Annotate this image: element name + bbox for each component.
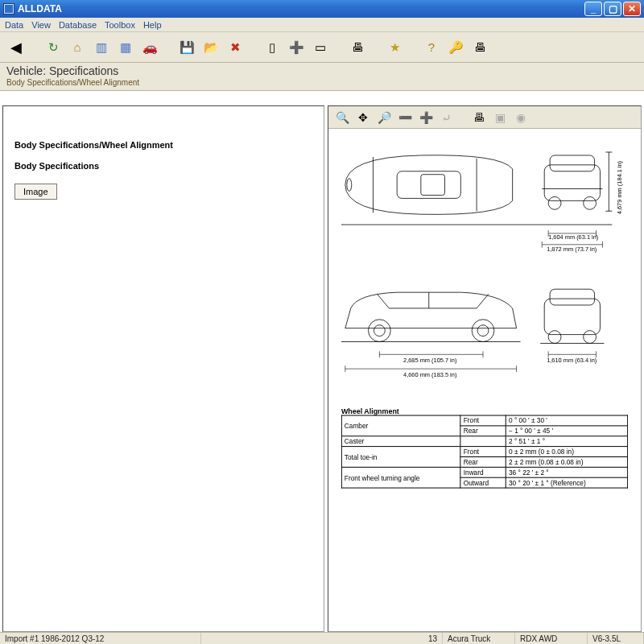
zoom-fit-icon[interactable]: ➕ <box>417 109 435 126</box>
key-icon[interactable]: 🔑 <box>446 38 465 57</box>
status-engine: V6-3.5L <box>588 633 644 644</box>
svg-rect-1 <box>397 171 460 199</box>
doc-icon[interactable]: ▯ <box>262 38 282 57</box>
right-pane: 🔍 ✥ 🔎 ➖ ➕ ⤾ 🖶 ▣ ◉ <box>328 105 642 632</box>
svg-rect-28 <box>550 289 594 305</box>
car-rear-view <box>540 289 604 343</box>
svg-point-5 <box>347 179 352 192</box>
zoom-tool-icon[interactable]: 🔎 <box>375 109 393 126</box>
copy-icon[interactable]: ▣ <box>491 109 509 126</box>
app-title: ALLDATA <box>18 3 583 14</box>
wa-title: Wheel Alignment <box>341 407 628 415</box>
table-row: Total toe-in Front 0 ± 2 mm (0 ± 0.08 in… <box>341 447 627 457</box>
dim-height: 4,679 mm (184.1 in) <box>616 161 623 214</box>
wheel-alignment-table: Camber Front 0 ° 00 ' ± 30 ' Rear − 1 ° … <box>341 415 628 489</box>
minimize-button[interactable]: _ <box>584 2 602 16</box>
refresh-icon[interactable]: ↻ <box>43 38 63 57</box>
dim-front-w1: 1,604 mm (63.1 in) <box>548 233 598 241</box>
left-pane: Body Specifications/Wheel Alignment Body… <box>2 105 324 632</box>
save-icon[interactable]: 💾 <box>177 38 196 57</box>
table-row: Front wheel turning angle Inward 36 ° 22… <box>341 467 627 477</box>
add-icon[interactable]: ➕ <box>287 38 306 57</box>
status-id: 13 <box>423 633 443 644</box>
folder-icon[interactable]: 📂 <box>201 38 221 57</box>
nav-header: Vehicle: Specifications Body Specificati… <box>0 63 644 91</box>
reset-zoom-icon[interactable]: ⤾ <box>438 109 456 126</box>
camera-icon[interactable]: ◉ <box>512 109 530 126</box>
svg-rect-2 <box>421 175 445 196</box>
svg-point-25 <box>477 325 489 336</box>
svg-point-22 <box>369 320 391 342</box>
bookmark-icon[interactable]: ★ <box>385 38 404 57</box>
app-icon <box>3 3 14 14</box>
car-top-view <box>345 155 513 215</box>
svg-point-23 <box>374 325 385 336</box>
zoom-out-icon[interactable]: ➖ <box>396 109 414 126</box>
svg-point-9 <box>584 196 597 209</box>
svg-rect-6 <box>544 165 600 201</box>
close-button[interactable]: ✕ <box>623 2 641 16</box>
menu-view[interactable]: View <box>31 20 51 30</box>
print2-icon[interactable]: 🖶 <box>470 38 489 57</box>
dim-rear-w: 1,610 mm (63.4 in) <box>547 357 597 364</box>
maximize-button[interactable]: ▢ <box>604 2 621 16</box>
left-heading: Body Specifications/Wheel Alignment <box>14 140 312 150</box>
status-model: RDX AWD <box>515 633 588 644</box>
image-button[interactable]: Image <box>14 184 57 200</box>
svg-rect-0 <box>5 5 13 13</box>
svg-point-8 <box>548 196 561 209</box>
help-icon[interactable]: ? <box>422 38 441 57</box>
main-toolbar: ◀ ↻ ⌂ ▥ ▦ 🚗 💾 📂 ✖ ▯ ➕ ▭ 🖶 ★ ? 🔑 🖶 <box>0 32 644 63</box>
car-side-view <box>341 292 521 341</box>
list-icon[interactable]: ▦ <box>116 38 135 57</box>
menu-bar: Data View Database Toolbox Help <box>0 18 644 32</box>
svg-rect-7 <box>550 155 594 171</box>
window-titlebar: ALLDATA _ ▢ ✕ <box>0 0 644 18</box>
svg-point-29 <box>548 331 561 344</box>
svg-rect-27 <box>544 299 600 335</box>
status-import: Import #1 1986-2012 Q3-12 <box>0 633 201 644</box>
menu-database[interactable]: Database <box>59 20 97 30</box>
pan-icon[interactable]: ✥ <box>354 109 372 126</box>
page-icon[interactable]: ▥ <box>92 38 111 57</box>
svg-point-30 <box>584 331 597 344</box>
menu-toolbox[interactable]: Toolbox <box>105 20 135 30</box>
breadcrumb: Body Specifications/Wheel Alignment <box>6 78 638 87</box>
status-make: Acura Truck <box>443 633 515 644</box>
dim-wheelbase: 2,685 mm (105.7 in) <box>403 357 456 364</box>
car-icon[interactable]: 🚗 <box>140 38 159 57</box>
table-row: Caster 2 ° 51 ' ± 1 ° <box>341 436 627 447</box>
page-title: Vehicle: Specifications <box>6 64 638 77</box>
car-front-view <box>542 152 612 211</box>
image-toolbar: 🔍 ✥ 🔎 ➖ ➕ ⤾ 🖶 ▣ ◉ <box>328 106 641 129</box>
table-row: Camber Front 0 ° 00 ' ± 30 ' <box>341 415 627 426</box>
delete-icon[interactable]: ✖ <box>225 38 245 57</box>
menu-data[interactable]: Data <box>5 20 23 30</box>
vehicle-diagram: 4,679 mm (184.1 in) 1,604 mm (63.1 in) 1… <box>328 129 641 631</box>
zoom-in-icon[interactable]: 🔍 <box>333 109 351 126</box>
print-image-icon[interactable]: 🖶 <box>470 109 488 126</box>
menu-help[interactable]: Help <box>143 20 162 30</box>
dim-length: 4,660 mm (183.5 in) <box>403 371 456 378</box>
print-icon[interactable]: 🖶 <box>348 38 367 57</box>
status-bar: Import #1 1986-2012 Q3-12 13 Acura Truck… <box>0 632 644 644</box>
home-icon[interactable]: ⌂ <box>68 38 87 57</box>
svg-point-24 <box>472 320 494 342</box>
record-icon[interactable]: ▭ <box>311 38 330 57</box>
left-heading2: Body Specifications <box>14 161 312 171</box>
dim-front-w2: 1,872 mm (73.7 in) <box>547 246 597 253</box>
back-button[interactable]: ◀ <box>6 38 26 57</box>
